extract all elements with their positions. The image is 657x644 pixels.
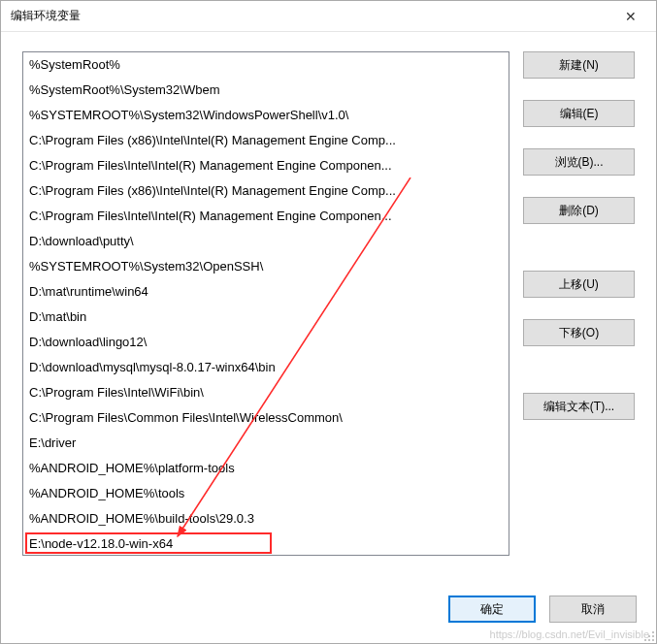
list-item[interactable]: %ANDROID_HOME%\platform-tools xyxy=(23,456,509,481)
edit-button[interactable]: 编辑(E) xyxy=(523,100,635,127)
list-wrap: %SystemRoot%%SystemRoot%\System32\Wbem%S… xyxy=(22,51,509,556)
list-item[interactable]: C:\Program Files\Intel\Intel(R) Manageme… xyxy=(23,204,509,229)
list-item[interactable]: %ANDROID_HOME%\tools xyxy=(23,481,509,506)
list-item[interactable]: C:\Program Files\Common Files\Intel\Wire… xyxy=(23,405,509,431)
cancel-button[interactable]: 取消 xyxy=(549,596,637,623)
list-item[interactable]: D:\mat\bin xyxy=(23,305,509,330)
side-button-panel: 新建(N) 编辑(E) 浏览(B)... 删除(D) 上移(U) 下移(O) 编… xyxy=(523,51,635,579)
list-item[interactable]: D:\download\lingo12\ xyxy=(23,330,509,355)
list-item[interactable]: D:\download\mysql\mysql-8.0.17-winx64\bi… xyxy=(23,355,509,380)
list-item[interactable]: C:\Program Files (x86)\Intel\Intel(R) Ma… xyxy=(23,128,509,153)
list-item[interactable]: %ANDROID_HOME%\build-tools\29.0.3 xyxy=(23,506,509,531)
list-item[interactable]: %SYSTEMROOT%\System32\OpenSSH\ xyxy=(23,254,509,279)
close-icon[interactable]: ✕ xyxy=(617,5,644,28)
path-listbox[interactable]: %SystemRoot%%SystemRoot%\System32\Wbem%S… xyxy=(22,51,509,556)
list-item[interactable]: D:\mat\runtime\win64 xyxy=(23,279,509,305)
window-title: 编辑环境变量 xyxy=(11,8,81,24)
list-item[interactable]: C:\Program Files (x86)\Intel\Intel(R) Ma… xyxy=(23,178,509,204)
new-button[interactable]: 新建(N) xyxy=(523,51,635,79)
list-item[interactable]: D:\download\putty\ xyxy=(23,229,509,254)
ok-button[interactable]: 确定 xyxy=(448,596,536,623)
content-area: %SystemRoot%%SystemRoot%\System32\Wbem%S… xyxy=(1,32,656,589)
delete-button[interactable]: 删除(D) xyxy=(523,197,635,224)
list-item[interactable]: E:\driver xyxy=(23,431,509,456)
list-item[interactable]: C:\Program Files\Intel\Intel(R) Manageme… xyxy=(23,153,509,178)
list-item[interactable]: E:\node-v12.18.0-win-x64 xyxy=(23,531,509,556)
list-item[interactable]: %SYSTEMROOT%\System32\WindowsPowerShell\… xyxy=(23,103,509,128)
list-item[interactable]: C:\Program Files\Intel\WiFi\bin\ xyxy=(23,380,509,405)
list-item[interactable]: %SystemRoot%\System32\Wbem xyxy=(23,78,509,103)
browse-button[interactable]: 浏览(B)... xyxy=(523,148,635,176)
list-item[interactable]: %SystemRoot% xyxy=(23,52,509,78)
footer: 确定 取消 xyxy=(1,589,656,643)
move-down-button[interactable]: 下移(O) xyxy=(523,319,635,346)
edit-text-button[interactable]: 编辑文本(T)... xyxy=(523,393,635,420)
dialog-window: 编辑环境变量 ✕ %SystemRoot%%SystemRoot%\System… xyxy=(0,0,657,644)
move-up-button[interactable]: 上移(U) xyxy=(523,271,635,298)
titlebar: 编辑环境变量 ✕ xyxy=(1,1,656,32)
